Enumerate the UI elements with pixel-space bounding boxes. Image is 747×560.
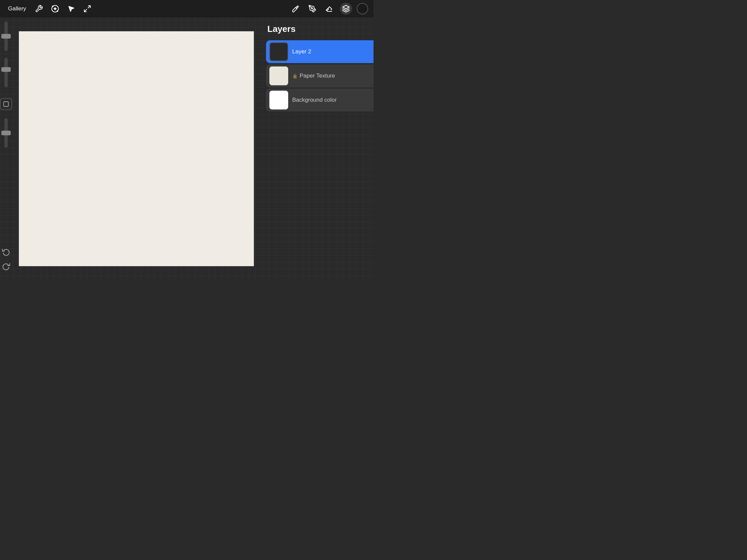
- main-layout: Layers + Layer 2 N 🔒 Paper Texture: [0, 18, 374, 280]
- smudge-tool-button[interactable]: [306, 3, 318, 15]
- top-bar-right: [289, 3, 368, 15]
- layers-panel: Layers + Layer 2 N 🔒 Paper Texture: [261, 18, 374, 280]
- top-bar: Gallery: [0, 0, 374, 18]
- layer2-name: Layer 2: [292, 48, 311, 55]
- undo-icon: [2, 248, 10, 256]
- canvas[interactable]: [19, 31, 254, 266]
- layers-toggle-button[interactable]: [340, 3, 352, 15]
- magic-wand-icon: [51, 5, 59, 13]
- eraser-button[interactable]: [323, 3, 335, 15]
- svg-line-5: [57, 11, 58, 11]
- svg-rect-9: [4, 102, 8, 106]
- transform-icon: [83, 5, 92, 13]
- layer2-thumbnail: [269, 42, 288, 61]
- selection-button[interactable]: [65, 3, 77, 15]
- brush-size-slider-group: [4, 22, 8, 51]
- svg-marker-8: [342, 5, 349, 9]
- layer-item-layer2[interactable]: Layer 2 N: [266, 40, 374, 63]
- color-picker-circle[interactable]: [357, 3, 368, 15]
- opacity-track[interactable]: [4, 58, 8, 87]
- square-icon: [3, 101, 9, 107]
- left-sidebar: [0, 18, 12, 280]
- undo-redo-controls: [1, 246, 11, 273]
- canvas-area[interactable]: [12, 18, 261, 280]
- brush-button[interactable]: [289, 3, 302, 15]
- brush-size-thumb[interactable]: [1, 34, 11, 38]
- second-slider-group: [4, 115, 8, 148]
- smudge-tool-icon: [308, 5, 316, 13]
- brush-icon: [291, 5, 300, 13]
- top-bar-left: Gallery: [5, 3, 93, 15]
- wrench-icon: [35, 5, 43, 13]
- redo-icon: [2, 262, 10, 270]
- opacity-thumb[interactable]: [1, 67, 11, 72]
- svg-line-4: [52, 6, 53, 7]
- layers-title: Layers: [267, 24, 295, 34]
- paper-texture-thumbnail: [269, 66, 288, 85]
- brush-size-track[interactable]: [4, 22, 8, 51]
- wrench-button[interactable]: [33, 3, 45, 15]
- svg-line-6: [298, 6, 299, 7]
- svg-point-3: [54, 8, 56, 10]
- second-thumb[interactable]: [1, 131, 11, 135]
- eraser-icon: [325, 5, 333, 13]
- paper-texture-name: Paper Texture: [300, 73, 335, 79]
- layer-item-background-color[interactable]: Background color: [266, 89, 374, 111]
- square-tool-button[interactable]: [0, 98, 12, 110]
- undo-button[interactable]: [1, 246, 11, 259]
- transform-button[interactable]: [81, 3, 93, 15]
- lock-icon: 🔒: [292, 74, 298, 79]
- opacity-slider-group: [4, 58, 8, 87]
- layers-icon: [342, 5, 350, 13]
- background-color-thumbnail: [269, 91, 288, 109]
- layer-item-paper-texture[interactable]: 🔒 Paper Texture N: [266, 64, 374, 87]
- layers-list: Layer 2 N 🔒 Paper Texture N: [266, 40, 374, 111]
- gallery-button[interactable]: Gallery: [5, 4, 29, 14]
- second-track[interactable]: [4, 118, 8, 148]
- magic-wand-button[interactable]: [49, 3, 61, 15]
- background-color-name: Background color: [292, 97, 337, 103]
- layers-header: Layers +: [266, 23, 374, 35]
- selection-icon: [67, 5, 75, 13]
- svg-point-7: [311, 8, 313, 9]
- redo-button[interactable]: [1, 261, 11, 273]
